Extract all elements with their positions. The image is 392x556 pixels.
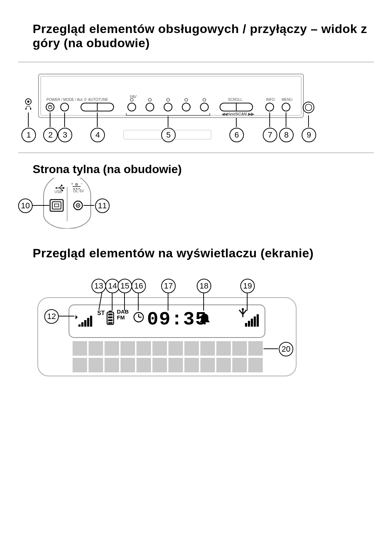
svg-point-21 — [203, 98, 206, 101]
svg-marker-52 — [75, 315, 78, 319]
svg-rect-100 — [248, 358, 263, 372]
svg-rect-95 — [168, 358, 183, 372]
lead — [64, 113, 65, 127]
callout-11: 11 — [95, 199, 110, 213]
rear-panel-diagram: USB + − DC 6V — [36, 178, 98, 229]
svg-rect-87 — [232, 341, 247, 356]
svg-point-17 — [167, 98, 170, 101]
svg-point-67 — [204, 322, 206, 324]
callout-12: 12 — [44, 309, 59, 324]
callout-20: 20 — [279, 342, 293, 356]
svg-rect-0 — [38, 74, 303, 118]
callout-10: 10 — [18, 199, 33, 213]
lead — [264, 348, 278, 349]
lead — [247, 293, 248, 311]
svg-point-34 — [62, 190, 63, 191]
lead — [50, 113, 50, 127]
svg-rect-81 — [136, 341, 151, 356]
dc-label: DC 6V — [73, 189, 84, 193]
svg-point-20 — [200, 103, 208, 111]
callout-18: 18 — [197, 279, 211, 293]
signal-icon — [75, 315, 92, 327]
svg-rect-80 — [121, 341, 135, 356]
svg-rect-90 — [89, 358, 103, 372]
label-autotune: AUTOTUNE — [88, 98, 108, 102]
clock-icon — [134, 312, 143, 322]
rear-heading: Strona tylna (na obudowie) — [33, 163, 182, 176]
antenna-icon — [239, 308, 259, 327]
section1-heading: Przegląd elementów obsługowych / przyłąc… — [33, 22, 392, 50]
callout-17: 17 — [161, 279, 176, 293]
callout-6: 6 — [229, 128, 244, 142]
svg-point-71 — [242, 308, 244, 310]
callout-7: 7 — [263, 128, 277, 142]
lead — [97, 113, 98, 127]
label-power: POWER / MODE / Aut. 0 — [46, 98, 86, 102]
svg-rect-56 — [87, 318, 89, 327]
svg-rect-73 — [248, 321, 250, 327]
lead — [308, 115, 309, 127]
lead — [168, 116, 168, 127]
svg-point-13 — [130, 98, 133, 101]
callout-15: 15 — [118, 279, 132, 293]
preset-group-box — [123, 130, 211, 139]
lead — [203, 293, 204, 311]
label-textscan: ◀◀ textSCAN ▶▶ — [221, 112, 254, 116]
svg-rect-59 — [109, 311, 112, 312]
svg-rect-94 — [152, 358, 167, 372]
svg-rect-96 — [184, 358, 199, 372]
svg-rect-4 — [25, 108, 26, 110]
lead — [124, 293, 125, 311]
volume-knob — [301, 101, 316, 115]
svg-point-25 — [282, 103, 290, 111]
svg-point-3 — [27, 101, 29, 103]
svg-rect-83 — [168, 341, 183, 356]
time-display: 09:35 — [147, 309, 207, 330]
lead — [83, 205, 94, 206]
svg-rect-93 — [136, 358, 151, 372]
svg-point-9 — [61, 103, 69, 111]
callout-4: 4 — [90, 128, 105, 142]
svg-rect-82 — [152, 341, 167, 356]
divider — [18, 62, 374, 62]
lead — [269, 113, 270, 127]
svg-point-19 — [185, 98, 188, 101]
lead — [28, 113, 29, 127]
label-info: INFO — [266, 98, 275, 102]
svg-rect-97 — [200, 358, 215, 372]
svg-rect-98 — [216, 358, 231, 372]
svg-rect-63 — [108, 322, 113, 324]
svg-point-16 — [164, 103, 172, 111]
svg-point-47 — [76, 184, 77, 185]
svg-rect-74 — [251, 319, 253, 327]
svg-rect-72 — [245, 323, 247, 327]
callout-13: 13 — [91, 279, 106, 293]
callout-8: 8 — [279, 128, 294, 142]
svg-rect-57 — [90, 316, 92, 327]
svg-point-18 — [182, 103, 190, 111]
svg-rect-99 — [232, 358, 247, 372]
svg-rect-55 — [84, 320, 86, 327]
fm-indicator: FM — [117, 314, 125, 320]
divider — [18, 152, 374, 153]
svg-rect-60 — [108, 314, 113, 315]
svg-rect-32 — [61, 185, 62, 186]
svg-point-41 — [77, 205, 79, 206]
svg-rect-76 — [257, 314, 259, 327]
svg-text:−: − — [81, 182, 83, 186]
svg-point-24 — [266, 103, 274, 111]
callout-2: 2 — [43, 128, 58, 142]
svg-rect-84 — [184, 341, 199, 356]
lead — [236, 118, 237, 127]
svg-point-27 — [305, 104, 312, 111]
svg-point-26 — [303, 102, 314, 113]
lead — [138, 293, 139, 311]
callout-1: 1 — [21, 128, 36, 142]
usb-label: USB — [54, 190, 62, 194]
svg-rect-53 — [78, 324, 81, 327]
svg-rect-92 — [121, 358, 135, 372]
callout-3: 3 — [58, 128, 72, 142]
svg-rect-54 — [81, 322, 83, 327]
svg-rect-78 — [89, 341, 103, 356]
svg-rect-61 — [108, 316, 113, 318]
